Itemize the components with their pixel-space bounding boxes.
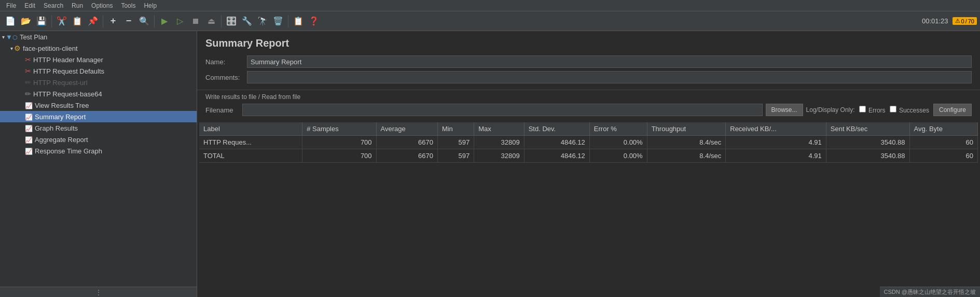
sidebar-item-http-request-defaults[interactable]: ✂HTTP Request Defaults [0,65,197,77]
label-view-results-tree: View Results Tree [35,102,89,109]
footer-text: CSDN @愚昧之山绝望之谷开悟之坡 [884,289,976,295]
errors-label: Errors [868,107,886,114]
separator-3 [154,15,155,27]
table-cell: 4.91 [726,136,826,149]
menu-options[interactable]: Options [87,1,117,10]
separator-1 [51,15,52,27]
start-no-pause-button[interactable]: ▷ [173,14,187,29]
cut-button[interactable]: ✂️ [54,14,69,29]
sidebar-item-http-request-base64[interactable]: ✏HTTP Request-base64 [0,88,197,100]
table-cell: 60 [909,136,978,149]
table-cell: 700 [302,149,376,163]
menu-help[interactable]: Help [140,1,161,10]
content-area: Summary Report Name: Comments: Write res… [197,31,980,297]
menu-search[interactable]: Search [39,1,67,10]
warning-limit: 70 [968,18,974,24]
save-button[interactable]: 💾 [34,14,49,29]
col-header: Average [376,122,437,136]
separator-2 [103,15,103,27]
table-cell: 4846.12 [524,149,589,163]
footer: CSDN @愚昧之山绝望之谷开悟之坡 [880,287,980,297]
remove-button[interactable]: − [121,14,136,29]
sidebar-item-response-time-graph[interactable]: 📈Response Time Graph [0,145,197,157]
browse-button[interactable]: Browse... [766,104,803,116]
sidebar-item-test-plan[interactable]: ▾▼⬡Test Plan [0,31,197,43]
successes-checkbox[interactable] [890,106,896,112]
sidebar-item-http-request-url[interactable]: ✏HTTP Request-url [0,77,197,88]
col-header: Min [437,122,474,136]
table-cell: 0.00% [589,136,647,149]
help-button[interactable]: ❓ [307,14,321,29]
table-cell: 0.00% [589,149,647,163]
new-button[interactable]: 📄 [3,14,18,29]
timer-section: 00:01:23 ⚠ 0/70 [922,17,977,25]
table-cell: 8.4/sec [647,136,726,149]
copy-button[interactable]: 📋 [70,14,85,29]
menu-bar: File Edit Search Run Options Tools Help [0,0,980,11]
search-button[interactable]: 🔭 [255,14,270,29]
menu-edit[interactable]: Edit [20,1,39,10]
sidebar-item-http-header-manager[interactable]: ✂HTTP Header Manager [0,54,197,65]
start-button[interactable]: ▶ [157,14,172,29]
col-header: Avg. Byte [909,122,978,136]
shutdown-button[interactable]: ⏏ [204,14,218,29]
sidebar-item-face-petition-client[interactable]: ▾⚙face-petition-client [0,43,197,54]
stop-button[interactable]: ⏹ [188,14,203,29]
sidebar-item-graph-results[interactable]: 📈Graph Results [0,122,197,134]
name-label: Name: [205,58,247,66]
file-section: Write results to file / Read from file F… [197,90,980,118]
sidebar-item-summary-report[interactable]: 📈Summary Report [0,111,197,122]
table-body: HTTP Reques...7006670597328094846.120.00… [199,136,978,163]
comments-input[interactable] [247,71,972,83]
table-container: Label# SamplesAverageMinMaxStd. Dev.Erro… [197,118,980,297]
log-display-label: Log/Display Only: [806,106,855,114]
add-button[interactable]: + [106,14,120,29]
menu-file[interactable]: File [2,1,20,10]
col-header: # Samples [302,122,376,136]
icon-face-petition-client: ⚙ [14,44,21,52]
file-row: Filename Browse... Log/Display Only: Err… [205,104,972,116]
name-row: Name: [205,55,972,68]
open-button[interactable]: 📂 [19,14,33,29]
sidebar-item-view-results-tree[interactable]: 📈View Results Tree [0,100,197,111]
configure-button[interactable]: Configure [933,104,972,116]
stop-remote-button[interactable]: 🔧 [240,14,254,29]
sidebar-item-aggregate-report[interactable]: 📈Aggregate Report [0,134,197,145]
list-button[interactable]: 📋 [291,14,306,29]
comments-row: Comments: [205,71,972,83]
filename-input[interactable] [242,104,763,116]
col-header: Std. Dev. [524,122,589,136]
icon-view-results-tree: 📈 [25,101,33,109]
tree-arrow-test-plan[interactable]: ▾ [2,34,5,40]
main-layout: ▾▼⬡Test Plan▾⚙face-petition-client✂HTTP … [0,31,980,297]
label-graph-results: Graph Results [35,124,78,132]
col-header: Error % [589,122,647,136]
clear-button[interactable]: 🗑️ [271,14,285,29]
col-header: Label [199,122,302,136]
comments-label: Comments: [205,74,247,81]
warning-badge: ⚠ 0/70 [953,17,977,25]
tree-arrow-face-petition-client[interactable]: ▾ [10,46,13,51]
log-options: Log/Display Only: Errors Successes Confi… [806,104,972,116]
name-input[interactable] [247,55,972,68]
icon-http-header-manager: ✂ [25,55,31,64]
label-http-request-url: HTTP Request-url [33,79,88,87]
icon-http-request-base64: ✏ [25,90,31,98]
paste-button[interactable]: 📌 [86,14,100,29]
errors-checkbox[interactable] [859,106,866,112]
table-cell: 32809 [474,136,524,149]
col-header: Sent KB/sec [826,122,909,136]
run-remote-button[interactable]: 🎛️ [224,14,239,29]
table-cell: 3540.88 [826,136,909,149]
menu-tools[interactable]: Tools [117,1,140,10]
browse-button[interactable]: 🔍 [137,14,151,29]
table-cell: 8.4/sec [647,149,726,163]
toolbar: 📄 📂 💾 ✂️ 📋 📌 + − 🔍 ▶ ▷ ⏹ ⏏ 🎛️ 🔧 🔭 🗑️ 📋 ❓… [0,11,980,31]
table-cell: 597 [437,136,474,149]
sidebar-collapse-button[interactable]: ⋮ [0,287,197,297]
col-header: Received KB/... [726,122,826,136]
menu-run[interactable]: Run [67,1,87,10]
table-cell: 700 [302,136,376,149]
label-face-petition-client: face-petition-client [23,45,78,52]
filename-label: Filename [205,106,239,114]
